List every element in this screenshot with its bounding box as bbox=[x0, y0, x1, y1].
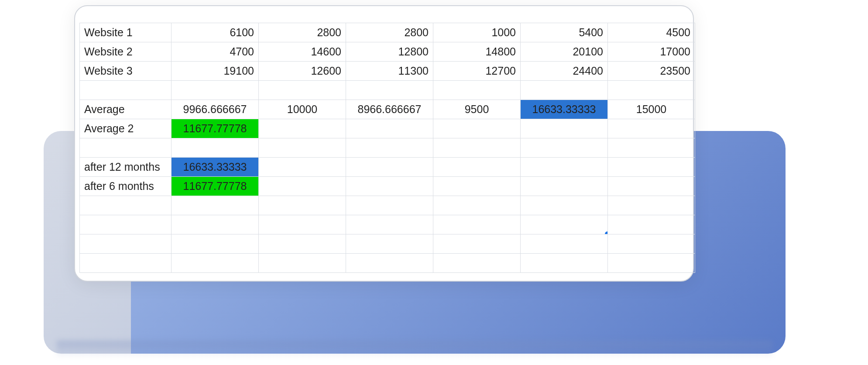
cell[interactable]: 15000 bbox=[608, 100, 695, 119]
cell[interactable]: 17000 bbox=[608, 42, 695, 62]
cell[interactable] bbox=[346, 158, 433, 177]
cell[interactable]: 2800 bbox=[259, 23, 346, 42]
table-row[interactable] bbox=[80, 81, 695, 100]
cell[interactable] bbox=[172, 215, 259, 234]
cell[interactable] bbox=[80, 138, 172, 158]
cell[interactable]: 11300 bbox=[346, 62, 433, 81]
cell[interactable] bbox=[608, 254, 695, 273]
cell[interactable] bbox=[608, 215, 695, 234]
cell[interactable] bbox=[608, 234, 695, 254]
cell[interactable]: 12700 bbox=[433, 62, 521, 81]
cell[interactable] bbox=[259, 119, 346, 138]
cell[interactable] bbox=[346, 215, 433, 234]
table-row[interactable]: after 12 months 16633.33333 bbox=[80, 158, 695, 177]
cell[interactable] bbox=[346, 234, 433, 254]
row-label[interactable]: Average 2 bbox=[80, 119, 172, 138]
cell[interactable] bbox=[608, 119, 695, 138]
row-label[interactable]: Website 1 bbox=[80, 23, 172, 42]
cell[interactable]: 4700 bbox=[172, 42, 259, 62]
cell[interactable] bbox=[172, 81, 259, 100]
cell[interactable]: 19100 bbox=[172, 62, 259, 81]
cell[interactable]: 8966.666667 bbox=[346, 100, 433, 119]
cell-highlight-blue[interactable]: 16633.33333 bbox=[521, 100, 608, 119]
cell[interactable] bbox=[346, 81, 433, 100]
cell[interactable] bbox=[346, 254, 433, 273]
cell[interactable]: 6100 bbox=[172, 23, 259, 42]
cell[interactable] bbox=[80, 81, 172, 100]
cell[interactable]: 2800 bbox=[346, 23, 433, 42]
table-row[interactable]: Average 2 11677.77778 bbox=[80, 119, 695, 138]
cell-highlight-blue[interactable]: 16633.33333 bbox=[172, 158, 259, 177]
row-label[interactable]: Average bbox=[80, 100, 172, 119]
cell-highlight-green[interactable]: 11677.77778 bbox=[172, 177, 259, 196]
spreadsheet-grid[interactable]: Website 1 6100 2800 2800 1000 5400 4500 … bbox=[79, 23, 695, 273]
row-label[interactable]: Website 2 bbox=[80, 42, 172, 62]
cell[interactable] bbox=[346, 138, 433, 158]
cell[interactable]: 12600 bbox=[259, 62, 346, 81]
cell[interactable] bbox=[433, 158, 521, 177]
cell[interactable] bbox=[259, 254, 346, 273]
cell[interactable] bbox=[433, 234, 521, 254]
cell[interactable]: 1000 bbox=[433, 23, 521, 42]
cell[interactable] bbox=[346, 177, 433, 196]
cell[interactable]: 9500 bbox=[433, 100, 521, 119]
table-row[interactable]: Average 9966.666667 10000 8966.666667 95… bbox=[80, 100, 695, 119]
cell[interactable]: 24400 bbox=[521, 62, 608, 81]
cell[interactable] bbox=[259, 138, 346, 158]
cell[interactable] bbox=[259, 196, 346, 215]
cell[interactable]: 5400 bbox=[521, 23, 608, 42]
cell[interactable] bbox=[433, 254, 521, 273]
row-label[interactable]: after 12 months bbox=[80, 158, 172, 177]
cell[interactable] bbox=[521, 196, 608, 215]
cell[interactable] bbox=[80, 254, 172, 273]
cell[interactable] bbox=[521, 177, 608, 196]
cell[interactable] bbox=[608, 158, 695, 177]
cell[interactable] bbox=[608, 138, 695, 158]
cell[interactable] bbox=[433, 196, 521, 215]
cell[interactable]: 20100 bbox=[521, 42, 608, 62]
cell[interactable] bbox=[259, 177, 346, 196]
cell[interactable]: 12800 bbox=[346, 42, 433, 62]
cell[interactable] bbox=[80, 215, 172, 234]
cell[interactable] bbox=[521, 158, 608, 177]
cell[interactable] bbox=[346, 119, 433, 138]
cell[interactable]: 9966.666667 bbox=[172, 100, 259, 119]
cell[interactable] bbox=[80, 196, 172, 215]
table-row[interactable] bbox=[80, 138, 695, 158]
table-row[interactable]: Website 3 19100 12600 11300 12700 24400 … bbox=[80, 62, 695, 81]
row-label[interactable]: Website 3 bbox=[80, 62, 172, 81]
cell[interactable] bbox=[259, 158, 346, 177]
cell[interactable] bbox=[433, 81, 521, 100]
cell[interactable] bbox=[80, 234, 172, 254]
cell[interactable]: 10000 bbox=[259, 100, 346, 119]
cell[interactable]: 14600 bbox=[259, 42, 346, 62]
cell[interactable]: 4500 bbox=[608, 23, 695, 42]
cell[interactable] bbox=[608, 81, 695, 100]
cell[interactable]: 23500 bbox=[608, 62, 695, 81]
table-row[interactable]: Website 1 6100 2800 2800 1000 5400 4500 bbox=[80, 23, 695, 42]
cell[interactable] bbox=[521, 119, 608, 138]
cell[interactable] bbox=[346, 196, 433, 215]
table-row[interactable]: Website 2 4700 14600 12800 14800 20100 1… bbox=[80, 42, 695, 62]
cell[interactable] bbox=[608, 196, 695, 215]
table-row[interactable] bbox=[80, 254, 695, 273]
cell[interactable] bbox=[521, 234, 608, 254]
cell[interactable] bbox=[521, 254, 608, 273]
table-row[interactable]: after 6 months 11677.77778 bbox=[80, 177, 695, 196]
row-label[interactable]: after 6 months bbox=[80, 177, 172, 196]
cell[interactable] bbox=[172, 138, 259, 158]
cell[interactable] bbox=[259, 81, 346, 100]
cell[interactable] bbox=[259, 215, 346, 234]
table-row[interactable] bbox=[80, 215, 695, 234]
table-row[interactable] bbox=[80, 196, 695, 215]
cell-highlight-green[interactable]: 11677.77778 bbox=[172, 119, 259, 138]
cell[interactable] bbox=[259, 234, 346, 254]
cell[interactable] bbox=[172, 234, 259, 254]
cell[interactable] bbox=[433, 215, 521, 234]
cell[interactable]: 14800 bbox=[433, 42, 521, 62]
cell[interactable] bbox=[433, 119, 521, 138]
cell[interactable] bbox=[521, 81, 608, 100]
table-row[interactable] bbox=[80, 234, 695, 254]
cell[interactable] bbox=[433, 138, 521, 158]
active-cell[interactable] bbox=[521, 215, 608, 234]
